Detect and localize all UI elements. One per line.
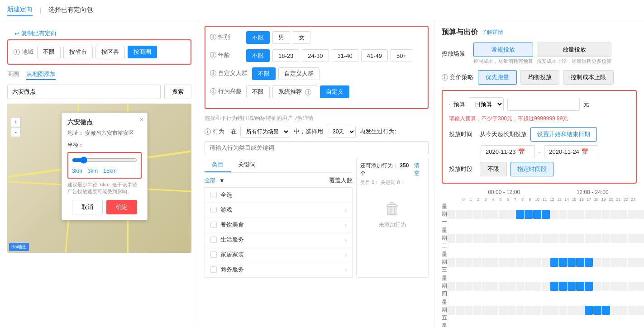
timeslot-unlimited-btn[interactable]: 不限 — [480, 162, 507, 176]
bid-info-icon[interactable]: ℹ — [442, 74, 448, 81]
schedule-cell[interactable] — [550, 306, 558, 315]
schedule-cell[interactable] — [456, 282, 464, 291]
schedule-cell[interactable] — [628, 306, 636, 315]
schedule-cell[interactable] — [447, 258, 455, 267]
schedule-cell[interactable] — [619, 234, 627, 243]
schedule-cell[interactable] — [636, 234, 644, 243]
schedule-cell[interactable] — [611, 210, 619, 219]
bid-volume-btn[interactable]: 优先跑量 — [478, 70, 517, 85]
schedule-cell[interactable] — [602, 282, 610, 291]
schedule-cell[interactable] — [490, 306, 498, 315]
cat-tab-keyword[interactable]: 关键词 — [231, 158, 263, 172]
schedule-cell[interactable] — [533, 282, 541, 291]
behavior-custom[interactable]: 自定义 — [320, 85, 349, 98]
schedule-cell[interactable] — [507, 306, 515, 315]
schedule-cell[interactable] — [628, 258, 636, 267]
schedule-cell[interactable] — [619, 210, 627, 219]
set-date-button[interactable]: 设置开始和结束日期 — [530, 127, 597, 142]
schedule-cell[interactable] — [464, 258, 472, 267]
schedule-cell[interactable] — [473, 258, 481, 267]
schedule-cell[interactable] — [559, 234, 567, 243]
schedule-cell[interactable] — [568, 234, 576, 243]
action-scene-select[interactable]: 所有行为场景 — [240, 126, 290, 137]
tab-existing[interactable]: 选择已有定向包 — [48, 4, 93, 16]
schedule-cell[interactable] — [516, 306, 524, 315]
region-btn-circle[interactable]: 按商圈 — [128, 46, 157, 58]
schedule-cell[interactable] — [456, 258, 464, 267]
radius-slider[interactable] — [72, 156, 137, 164]
schedule-cell[interactable] — [576, 306, 584, 315]
schedule-cell[interactable] — [585, 306, 593, 315]
list-item[interactable]: 生活服务 › — [205, 232, 352, 247]
schedule-cell[interactable] — [473, 282, 481, 291]
age-info-icon[interactable]: ℹ — [210, 52, 216, 58]
schedule-cell[interactable] — [516, 234, 524, 243]
list-item[interactable]: 商务服务 › — [205, 262, 352, 277]
list-item[interactable]: 餐饮美食 › — [205, 218, 352, 232]
schedule-cell[interactable] — [490, 258, 498, 267]
schedule-cell[interactable] — [507, 258, 515, 267]
cat-checkbox-1[interactable] — [210, 207, 217, 213]
region-btn-unlimited[interactable]: 不限 — [37, 46, 61, 58]
region-info-icon[interactable]: ℹ — [14, 49, 20, 55]
schedule-cell[interactable] — [559, 306, 567, 315]
schedule-cell[interactable] — [542, 282, 550, 291]
schedule-cell[interactable] — [447, 306, 455, 315]
schedule-cell[interactable] — [490, 210, 498, 219]
schedule-cell[interactable] — [525, 210, 533, 219]
schedule-cell[interactable] — [611, 258, 619, 267]
schedule-cell[interactable] — [473, 234, 481, 243]
tab-new[interactable]: 新建定向 — [7, 4, 33, 16]
schedule-cell[interactable] — [559, 210, 567, 219]
gender-info-icon[interactable]: ℹ — [210, 34, 216, 40]
map-zoom-in[interactable]: + — [11, 117, 21, 127]
schedule-cell[interactable] — [611, 234, 619, 243]
schedule-cell[interactable] — [525, 234, 533, 243]
schedule-cell[interactable] — [482, 210, 490, 219]
schedule-cell[interactable] — [525, 258, 533, 267]
radius-15km[interactable]: 15km — [103, 168, 116, 174]
cat-checkbox-4[interactable] — [210, 251, 217, 258]
age-18-23[interactable]: 18-23 — [272, 49, 299, 62]
schedule-cell[interactable] — [447, 210, 455, 219]
schedule-cell[interactable] — [593, 282, 601, 291]
behavior-info-icon[interactable]: ℹ — [210, 88, 216, 95]
map-tab-circle[interactable]: 商圈 — [7, 70, 19, 80]
age-41-49[interactable]: 41-49 — [361, 49, 388, 62]
age-31-40[interactable]: 31-40 — [332, 49, 358, 62]
schedule-cell[interactable] — [593, 306, 601, 315]
region-btn-district[interactable]: 按区县 — [95, 46, 125, 58]
schedule-cell[interactable] — [576, 234, 584, 243]
schedule-cell[interactable] — [499, 234, 507, 243]
schedule-cell[interactable] — [533, 306, 541, 315]
schedule-cell[interactable] — [542, 258, 550, 267]
keyword-input[interactable] — [205, 141, 429, 154]
cat-tab-category[interactable]: 类目 — [205, 158, 231, 172]
schedule-cell[interactable] — [619, 258, 627, 267]
schedule-cell[interactable] — [516, 210, 524, 219]
schedule-cell[interactable] — [542, 210, 550, 219]
schedule-cell[interactable] — [550, 234, 558, 243]
radius-3km-2[interactable]: 3km — [88, 168, 98, 174]
schedule-cell[interactable] — [482, 258, 490, 267]
schedule-cell[interactable] — [559, 258, 567, 267]
schedule-cell[interactable] — [464, 282, 472, 291]
schedule-cell[interactable] — [585, 258, 593, 267]
schedule-cell[interactable] — [628, 210, 636, 219]
schedule-cell[interactable] — [499, 282, 507, 291]
cat-all-select[interactable]: 全部 — [205, 177, 215, 185]
schedule-cell[interactable] — [593, 234, 601, 243]
schedule-cell[interactable] — [585, 282, 593, 291]
cat-checkbox-5[interactable] — [210, 266, 217, 273]
map-tab-map[interactable]: 从地图添加 — [26, 70, 56, 80]
schedule-cell[interactable] — [456, 210, 464, 219]
cat-checkbox-3[interactable] — [210, 237, 217, 243]
age-24-30[interactable]: 24-30 — [302, 49, 329, 62]
schedule-cell[interactable] — [516, 282, 524, 291]
schedule-cell[interactable] — [473, 210, 481, 219]
schedule-cell[interactable] — [602, 258, 610, 267]
schedule-cell[interactable] — [636, 282, 644, 291]
clear-button[interactable]: 清空 — [414, 162, 425, 177]
schedule-cell[interactable] — [542, 306, 550, 315]
schedule-cell[interactable] — [499, 258, 507, 267]
